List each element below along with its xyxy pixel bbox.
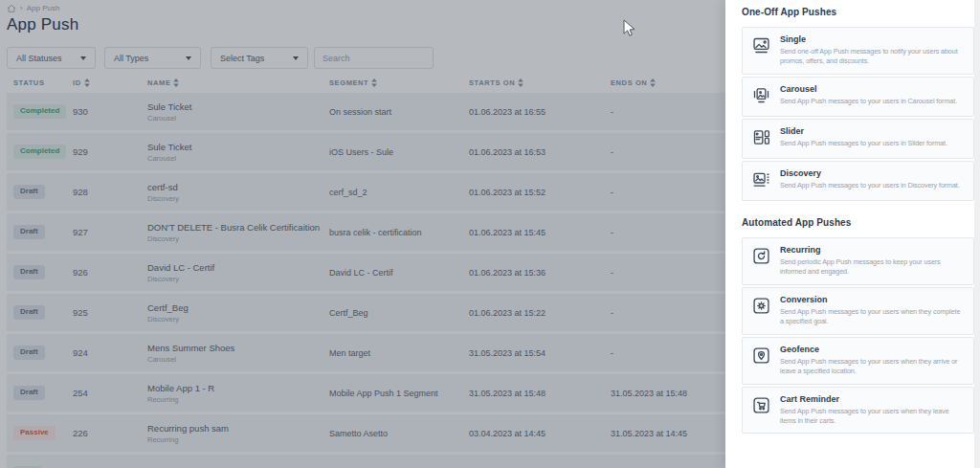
single-image-icon <box>751 35 771 59</box>
card-text: CarouselSend App Push messages to your u… <box>780 84 957 106</box>
geofence-icon <box>751 345 771 369</box>
panel-card-group: SingleSend one-off App Push messages to … <box>742 27 974 201</box>
card-title: Conversion <box>780 295 964 304</box>
card-text: ConversionSend App Push messages to your… <box>780 295 964 327</box>
slider-icon <box>751 127 771 151</box>
card-description: Send one-off App Push messages to notify… <box>780 47 964 67</box>
recurring-icon <box>751 246 771 270</box>
scrollbar-track[interactable] <box>974 0 980 468</box>
card-description: Send App Push messages to your users in … <box>780 97 957 106</box>
card-text: Cart ReminderSend App Push messages to y… <box>780 394 964 427</box>
card-text: DiscoverySend App Push messages to your … <box>780 168 960 190</box>
card-description: Send App Push messages to your users whe… <box>780 407 964 427</box>
card-description: Send App Push messages to your users whe… <box>780 357 964 377</box>
card-title: Carousel <box>780 84 957 94</box>
push-type-card-recurring[interactable]: RecurringSend periodic App Push messages… <box>742 237 974 285</box>
card-title: Geofence <box>780 345 964 354</box>
push-type-card-cart-reminder[interactable]: Cart ReminderSend App Push messages to y… <box>742 387 974 435</box>
card-description: Send App Push messages to your users in … <box>780 139 947 148</box>
discovery-icon <box>751 169 771 193</box>
card-title: Slider <box>780 126 947 136</box>
card-title: Single <box>780 34 964 44</box>
card-title: Recurring <box>780 245 964 255</box>
card-text: SingleSend one-off App Push messages to … <box>780 34 964 67</box>
panel-section-title: Automated App Pushes <box>742 217 974 228</box>
card-title: Cart Reminder <box>780 394 964 404</box>
app-push-types-panel: One-Off App PushesSingleSend one-off App… <box>725 0 980 468</box>
card-text: GeofenceSend App Push messages to your u… <box>780 345 964 377</box>
conversion-icon <box>751 296 771 320</box>
modal-overlay[interactable] <box>0 0 725 468</box>
card-description: Send App Push messages to your users in … <box>780 181 960 190</box>
push-type-card-discovery[interactable]: DiscoverySend App Push messages to your … <box>742 161 974 201</box>
card-text: RecurringSend periodic App Push messages… <box>780 245 964 278</box>
panel-card-group: RecurringSend periodic App Push messages… <box>742 237 974 435</box>
card-text: SliderSend App Push messages to your use… <box>780 126 947 148</box>
card-description: Send App Push messages to your users whe… <box>780 307 964 327</box>
card-title: Discovery <box>780 168 960 178</box>
push-type-card-slider[interactable]: SliderSend App Push messages to your use… <box>742 119 974 159</box>
push-type-card-single[interactable]: SingleSend one-off App Push messages to … <box>742 27 974 75</box>
push-type-card-carousel[interactable]: CarouselSend App Push messages to your u… <box>742 77 974 117</box>
panel-section-title: One-Off App Pushes <box>742 7 974 17</box>
app-push-page: › App Push App Push All Statuses All Typ… <box>0 0 980 468</box>
cart-reminder-icon <box>751 395 771 419</box>
carousel-icon <box>751 85 771 109</box>
card-description: Send periodic App Push messages to keep … <box>780 257 964 278</box>
push-type-card-geofence[interactable]: GeofenceSend App Push messages to your u… <box>742 337 974 385</box>
push-type-card-conversion[interactable]: ConversionSend App Push messages to your… <box>742 287 974 335</box>
